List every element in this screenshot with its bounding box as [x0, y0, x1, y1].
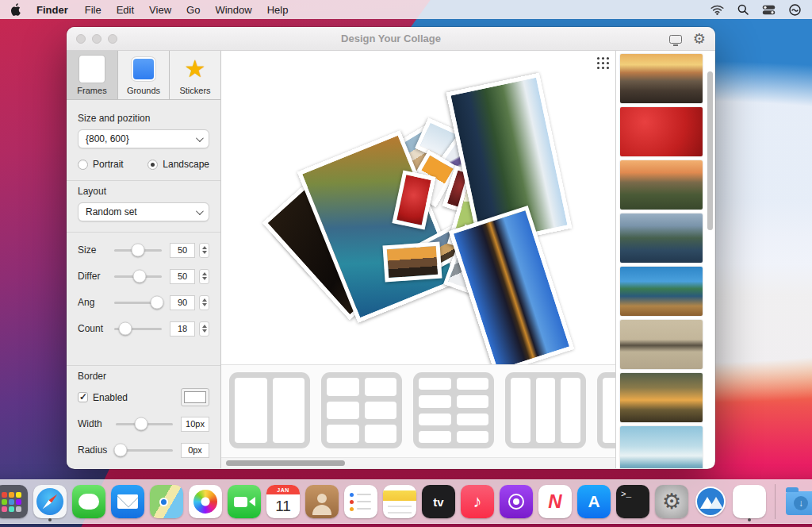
tab-stickers[interactable]: ★ Stickers: [170, 51, 220, 99]
size-stepper[interactable]: [199, 243, 209, 258]
border-width-slider[interactable]: [116, 423, 173, 425]
dock-notes-icon[interactable]: [383, 485, 416, 518]
menu-item-finder[interactable]: Finder: [36, 4, 68, 16]
radio-circle-icon: [78, 160, 88, 170]
terminal-prompt-glyph: >_: [621, 490, 631, 499]
dock-photos-icon[interactable]: [189, 485, 222, 518]
horizontal-scrollbar-thumb[interactable]: [226, 460, 345, 466]
chevron-down-icon: [196, 207, 204, 215]
border-enabled-checkbox[interactable]: [78, 392, 88, 402]
border-radius-value[interactable]: 0px: [181, 443, 209, 458]
menu-item-window[interactable]: Window: [215, 4, 251, 16]
template-three-columns[interactable]: [505, 372, 586, 448]
title-bar[interactable]: Design Your Collage ⚙: [67, 27, 715, 51]
ang-slider-label: Ang: [78, 297, 111, 308]
thumbnail-fjord-mountains[interactable]: [620, 213, 703, 263]
thumbnail-sunlit-forest[interactable]: [620, 373, 703, 422]
tab-frames[interactable]: Frames: [67, 51, 118, 99]
dock: JAN 11 tv ♪ N A >_ ⚙ ↓: [0, 479, 812, 524]
dock-design-your-collage-icon[interactable]: [733, 485, 766, 518]
slider-knob[interactable]: [133, 270, 147, 283]
size-dropdown[interactable]: {800, 600}: [78, 129, 209, 148]
dock-app-store-icon[interactable]: A: [577, 485, 611, 518]
dock-downloads-folder-icon[interactable]: ↓: [784, 485, 812, 518]
tab-grounds[interactable]: Grounds: [118, 51, 170, 99]
dock-facetime-icon[interactable]: [228, 485, 261, 518]
green-frames-icon: [79, 56, 105, 83]
dock-safari-icon[interactable]: [33, 485, 67, 518]
count-value-field[interactable]: 18: [170, 321, 195, 337]
dock-mountain-circle-app-icon[interactable]: [694, 485, 727, 518]
menu-item-go[interactable]: Go: [186, 4, 200, 16]
control-center-icon[interactable]: [762, 5, 776, 15]
count-slider[interactable]: [114, 328, 162, 330]
apple-menu[interactable]: [11, 3, 22, 16]
thumbnail-modern-architecture[interactable]: [620, 426, 703, 468]
portrait-radio[interactable]: Portrait: [78, 159, 147, 170]
dock-music-icon[interactable]: ♪: [461, 485, 494, 518]
menu-item-edit[interactable]: Edit: [117, 4, 134, 16]
thumbnail-sunset-pier[interactable]: [620, 54, 703, 103]
border-color-well[interactable]: [181, 388, 209, 406]
dock-messages-icon[interactable]: [72, 485, 105, 518]
dock-apple-tv-icon[interactable]: tv: [422, 485, 455, 518]
dock-mail-icon[interactable]: [111, 485, 144, 518]
thumbnail-rifle-on-sand[interactable]: [620, 320, 703, 369]
dock-reminders-icon[interactable]: [344, 485, 377, 518]
tool-tabs: Frames Grounds ★ Stickers: [67, 51, 220, 100]
template-grid-2x3[interactable]: [321, 372, 402, 448]
template-two-columns[interactable]: [229, 372, 310, 448]
border-width-value[interactable]: 10px: [181, 417, 209, 432]
dots-grid-drag-handle-icon[interactable]: [596, 56, 610, 70]
template-two-columns-partial[interactable]: [597, 372, 615, 448]
zoom-button[interactable]: [108, 34, 117, 44]
size-slider[interactable]: [114, 249, 162, 252]
border-enabled-label: Enabled: [93, 392, 181, 403]
download-arrow-glyph: ↓: [794, 496, 808, 510]
landscape-radio[interactable]: Landscape: [147, 159, 209, 170]
close-button[interactable]: [76, 34, 86, 44]
differ-slider[interactable]: [114, 275, 162, 278]
menu-extra-circle-icon[interactable]: [789, 4, 801, 16]
vertical-scrollbar-thumb[interactable]: [707, 71, 713, 230]
slider-knob[interactable]: [151, 296, 164, 310]
settings-gear-icon[interactable]: ⚙: [693, 32, 706, 46]
dock-contacts-icon[interactable]: [305, 485, 339, 518]
display-icon[interactable]: [669, 35, 682, 44]
dock-system-preferences-icon[interactable]: ⚙: [655, 485, 688, 518]
collage-photo-sunset-pier[interactable]: [382, 242, 442, 283]
template-grid-2x4[interactable]: [413, 372, 494, 448]
dock-podcasts-icon[interactable]: [500, 485, 533, 518]
dock-calendar-icon[interactable]: JAN 11: [266, 485, 300, 518]
menu-item-help[interactable]: Help: [267, 4, 289, 16]
thumbnail-sunset-cliffs[interactable]: [620, 160, 703, 210]
horizontal-scrollbar-track[interactable]: [221, 457, 615, 468]
divider: [67, 180, 220, 181]
menu-item-view[interactable]: View: [149, 4, 171, 16]
count-stepper[interactable]: [199, 321, 209, 337]
menu-item-file[interactable]: File: [85, 4, 102, 16]
photo-thumbnail-rail: [615, 51, 714, 468]
size-value-field[interactable]: 50: [170, 243, 195, 258]
collage-canvas[interactable]: [221, 51, 615, 365]
wifi-icon[interactable]: [710, 5, 724, 15]
slider-knob[interactable]: [114, 444, 128, 457]
dock-launchpad-icon[interactable]: [0, 485, 28, 518]
thumbnail-coastal-pine[interactable]: [620, 267, 703, 316]
ang-slider[interactable]: [114, 302, 162, 304]
ang-stepper[interactable]: [199, 295, 209, 310]
differ-value-field[interactable]: 50: [170, 269, 195, 284]
ang-value-field[interactable]: 90: [170, 295, 195, 310]
dock-news-icon[interactable]: N: [538, 485, 572, 518]
slider-knob[interactable]: [118, 322, 132, 336]
border-radius-slider[interactable]: [116, 449, 173, 452]
dock-maps-icon[interactable]: [150, 485, 183, 518]
dock-terminal-icon[interactable]: >_: [616, 485, 649, 518]
minimize-button[interactable]: [92, 34, 102, 44]
slider-knob[interactable]: [134, 417, 147, 431]
layout-dropdown[interactable]: Random set: [78, 202, 209, 221]
spotlight-search-icon[interactable]: [737, 4, 749, 15]
differ-stepper[interactable]: [199, 269, 209, 284]
thumbnail-strawberries[interactable]: [620, 107, 703, 156]
slider-knob[interactable]: [132, 244, 145, 257]
